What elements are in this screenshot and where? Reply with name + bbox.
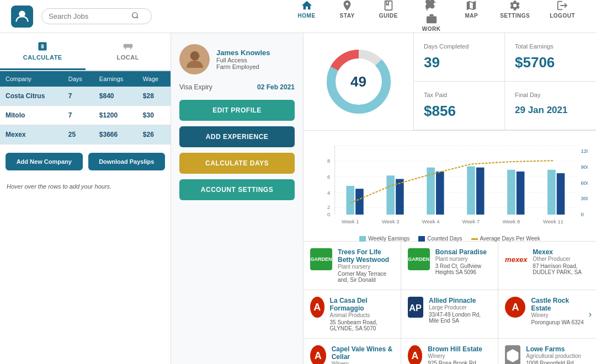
add-experience-button[interactable]: ADD EXPERIENCE <box>179 126 295 147</box>
earnings-table: Company Days Earnings Wage Costa Citrus7… <box>0 71 171 144</box>
edit-profile-button[interactable]: EDIT PROFILE <box>179 100 295 121</box>
svg-rect-36 <box>507 170 515 215</box>
company-card[interactable]: mexex Mexex Other Producer 87 Harrison R… <box>498 242 596 290</box>
company-logo: A <box>310 297 324 318</box>
search-input[interactable] <box>49 12 131 20</box>
nav-settings[interactable]: SETTINGS <box>490 0 540 38</box>
company-type: Plant nursery <box>338 264 394 270</box>
company-card[interactable]: A Brown Hill Estate Winery 925 Rosa Broo… <box>401 339 499 364</box>
legend-days: Counted Days <box>418 235 462 242</box>
company-name: La Casa Del Formaggio <box>330 297 394 312</box>
svg-text:Week 3: Week 3 <box>382 219 400 224</box>
company-card[interactable]: GARDEN Trees For Life Betty Westwood Pla… <box>304 242 401 290</box>
tax-paid-value: $856 <box>424 103 494 120</box>
nav-stay[interactable]: STAY <box>328 0 367 38</box>
company-card[interactable]: AP Allied Pinnacle Large Producer 33/47-… <box>401 290 499 339</box>
final-day-box: Final Day 29 Jan 2021 <box>505 82 596 130</box>
col-wage: Wage <box>137 71 171 87</box>
svg-text:600: 600 <box>581 180 588 186</box>
svg-point-1 <box>132 13 137 18</box>
company-logo: A <box>505 297 525 318</box>
tab-calculate[interactable]: CALCULATE <box>0 33 86 70</box>
company-type: Agricultural production <box>526 353 589 359</box>
company-type: Large Producer <box>429 304 491 311</box>
tax-paid-box: Tax Paid $856 <box>414 82 505 130</box>
company-type: Plant nursery <box>435 256 492 262</box>
companies-grid: GARDEN Trees For Life Betty Westwood Pla… <box>304 241 596 364</box>
search-button[interactable] <box>131 12 139 21</box>
company-logo: A <box>408 345 423 364</box>
svg-text:6: 6 <box>327 175 330 180</box>
bar-chart: 0 2 4 6 8 0 300 600 900 1200 <box>312 139 588 233</box>
profile-access: Full Access <box>216 57 270 63</box>
days-completed-box: Days Completed 39 <box>414 33 505 82</box>
profile-section: James Knowles Full Access Farm Employed <box>179 44 295 74</box>
col-days: Days <box>63 71 94 87</box>
company-card[interactable]: A La Casa Del Formaggio Animal Products … <box>304 290 401 339</box>
company-address: 35 Sunbeam Road, GLYNDE, SA 5070 <box>330 319 394 331</box>
total-earnings-box: Total Earnings $5706 <box>505 33 596 82</box>
donut-value: 49 <box>350 73 366 90</box>
svg-rect-37 <box>517 172 525 215</box>
stats-grid: Days Completed 39 Total Earnings $5706 T… <box>414 33 596 130</box>
arrow-button[interactable]: › <box>589 309 592 319</box>
calculate-days-button[interactable]: CALCULATE DAYS <box>179 153 295 174</box>
svg-text:900: 900 <box>581 164 588 170</box>
company-logo: mexex <box>505 248 527 270</box>
table-row[interactable]: Mexex25$3666$26 <box>0 125 171 144</box>
company-address: 33/47-49 London Rd, Mile End SA <box>429 312 491 324</box>
company-details: Mexex Other Producer 87 Harrison Road, D… <box>533 248 589 275</box>
search-bar[interactable] <box>41 8 152 24</box>
company-logo: GARDEN <box>408 248 430 270</box>
svg-text:AP: AP <box>409 303 422 313</box>
nav-work[interactable]: WORK <box>410 0 453 38</box>
svg-rect-32 <box>427 168 435 215</box>
chart-area: 0 2 4 6 8 0 300 600 900 1200 <box>304 131 596 241</box>
main-content: CALCULATE LOCAL Company Days Earnings Wa… <box>0 33 596 364</box>
table-row[interactable]: Costa Citrus7$840$28 <box>0 87 171 106</box>
donut-container: 49 <box>304 33 414 130</box>
svg-text:300: 300 <box>581 196 588 201</box>
right-panel: 49 Days Completed 39 Total Earnings $570… <box>304 33 596 364</box>
table-row[interactable]: Mitolo7$1200$30 <box>0 106 171 125</box>
svg-text:Week 11: Week 11 <box>543 219 563 224</box>
company-address: Corner May Terrace and, Sir Donald <box>338 271 394 283</box>
company-address: 1008 Roennfeld Rd, Pinkerton Plains <box>526 360 589 364</box>
tax-paid-label: Tax Paid <box>424 92 494 98</box>
company-card[interactable]: Lowe Farms Agricultural production 1008 … <box>498 339 596 364</box>
company-address: Porongurup WA 6324 <box>531 319 589 325</box>
tab-local[interactable]: LOCAL <box>86 33 171 70</box>
total-earnings-value: $5706 <box>515 54 586 71</box>
svg-text:Week 1: Week 1 <box>342 219 359 224</box>
download-payslips-button[interactable]: Download Payslips <box>88 153 166 170</box>
nav-guide[interactable]: GUIDE <box>367 0 410 38</box>
total-earnings-label: Total Earnings <box>515 43 586 50</box>
company-details: Bonsai Paradise Plant nursery 3 Rod Ct, … <box>435 248 492 275</box>
company-name: Bonsai Paradise <box>435 248 492 256</box>
avatar <box>179 44 210 74</box>
svg-text:1200: 1200 <box>581 148 588 154</box>
account-settings-button[interactable]: ACCOUNT SETTINGS <box>179 179 295 200</box>
svg-text:Week 8: Week 8 <box>503 219 520 224</box>
svg-rect-28 <box>347 186 355 215</box>
company-card[interactable]: A Castle Rock Estate Winery Porongurup W… <box>498 290 596 339</box>
company-type: Winery <box>332 361 394 364</box>
add-company-button[interactable]: Add New Company <box>6 153 83 170</box>
profile-info: James Knowles Full Access Farm Employed <box>216 49 270 70</box>
company-name: Castle Rock Estate <box>531 297 589 312</box>
donut-chart: 49 <box>323 46 395 117</box>
svg-rect-39 <box>557 173 565 215</box>
nav-home[interactable]: HOME <box>286 0 328 38</box>
company-card[interactable]: A Capel Vale Wines & Cellar Winery 118 M… <box>304 339 401 364</box>
company-logo <box>505 345 520 364</box>
nav-logout[interactable]: LOGOUT <box>540 0 585 38</box>
company-address: 87 Harrison Road, DUDLEY PARK, SA <box>533 263 589 275</box>
profile-name: James Knowles <box>216 49 270 57</box>
company-card[interactable]: GARDEN Bonsai Paradise Plant nursery 3 R… <box>401 242 499 290</box>
visa-row: Visa Expiry 02 Feb 2021 <box>179 83 295 91</box>
company-name: Capel Vale Wines & Cellar <box>332 345 394 361</box>
company-name: Allied Pinnacle <box>429 297 491 304</box>
svg-rect-33 <box>436 172 444 215</box>
company-name: Trees For Life Betty Westwood <box>338 248 394 264</box>
nav-map[interactable]: MAP <box>453 0 490 38</box>
